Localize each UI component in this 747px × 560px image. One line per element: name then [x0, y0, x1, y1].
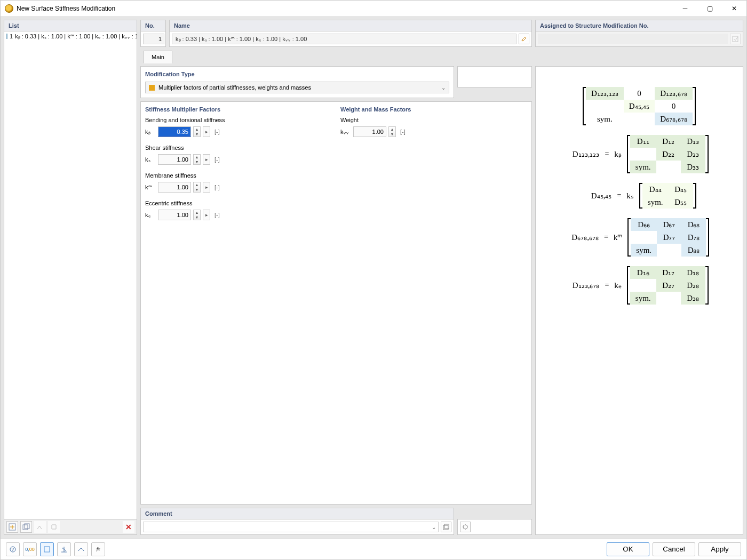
membrane-label: Membrane stiffness: [145, 172, 332, 179]
titlebar: New Surface Stiffness Modification ─ ▢ ✕: [1, 1, 746, 17]
preview-settings-button[interactable]: [460, 522, 471, 532]
weight-panel: Weight and Mass Factors Weight kᵥᵥ ▲▼ [-…: [340, 106, 527, 500]
new-item-button[interactable]: [6, 521, 18, 533]
kb-symbol: kᵦ: [145, 129, 156, 135]
maximize-button[interactable]: ▢: [697, 1, 722, 17]
svg-text:?: ?: [11, 547, 14, 552]
view-mode-b-button[interactable]: [57, 542, 71, 556]
modtype-value: Multiplier factors of partial stiffnesse…: [158, 84, 311, 91]
list-item-number: 1: [10, 33, 13, 39]
window-title: New Surface Stiffness Modification: [17, 5, 673, 12]
kw-symbol: kᵥᵥ: [340, 129, 351, 135]
content: List 1 kᵦ : 0.33 | kₛ : 1.00 | kᵐ : 1.00…: [1, 17, 746, 538]
kb-input[interactable]: [158, 126, 191, 137]
main-column: No. Name Assigned to Structure Mo: [140, 20, 743, 535]
comment-input[interactable]: ⌄: [143, 522, 439, 532]
no-input[interactable]: [143, 34, 164, 44]
km-spinner[interactable]: ▲▼: [193, 182, 201, 193]
tab-strip: Main: [140, 51, 743, 63]
no-header: No.: [140, 20, 166, 31]
list-item[interactable]: 1 kᵦ : 0.33 | kₛ : 1.00 | kᵐ : 1.00 | kₑ…: [4, 31, 137, 41]
cancel-button[interactable]: Cancel: [653, 542, 695, 556]
km-symbol: kᵐ: [145, 184, 156, 191]
tool-b-button[interactable]: [48, 521, 60, 533]
weight-label: Weight: [340, 117, 527, 123]
svg-rect-9: [44, 547, 50, 552]
delete-item-button[interactable]: ✕: [123, 521, 134, 533]
bending-label: Bending and torsional stiffness: [145, 117, 332, 123]
km-input[interactable]: [158, 182, 191, 193]
stiffness-title: Stiffness Multiplier Factors: [145, 106, 332, 113]
assigned-header: Assigned to Structure Modification No.: [535, 20, 743, 31]
svg-rect-4: [443, 525, 448, 530]
eccentric-label: Eccentric stiffness: [145, 200, 332, 206]
matrix-top: D₁₂₃,₁₂₃ 0 D₁₂₃,₆₇₈ D₄₅,₄₅ 0: [586, 87, 693, 125]
ks-unit: [-]: [214, 156, 220, 163]
help-button[interactable]: ?: [6, 542, 20, 556]
ke-input[interactable]: [158, 210, 191, 220]
mini-preview: [457, 66, 532, 87]
svg-rect-2: [25, 524, 29, 529]
svg-rect-5: [444, 524, 449, 529]
view-mode-a-button[interactable]: [40, 542, 54, 556]
header-fields: No. Name Assigned to Structure Mo: [140, 20, 743, 47]
km-slider-button[interactable]: ▸: [203, 182, 210, 193]
list-panel: List 1 kᵦ : 0.33 | kₛ : 1.00 | kᵐ : 1.00…: [4, 20, 137, 535]
ks-slider-button[interactable]: ▸: [203, 154, 210, 165]
formula-button[interactable]: fx: [91, 542, 105, 556]
close-button[interactable]: ✕: [722, 1, 746, 17]
kb-unit: [-]: [214, 129, 220, 135]
ks-input[interactable]: [158, 154, 191, 165]
list-header: List: [4, 20, 137, 31]
tool-a-button[interactable]: [34, 521, 46, 533]
assigned-pick-button: [730, 34, 741, 44]
comment-pick-button[interactable]: [441, 522, 451, 532]
kw-input[interactable]: [353, 126, 386, 137]
minimize-button[interactable]: ─: [673, 1, 697, 17]
assigned-input: [538, 34, 728, 44]
modtype-title: Modification Type: [145, 71, 449, 77]
view-mode-c-button[interactable]: [74, 542, 88, 556]
list-toolbar: ✕: [4, 519, 137, 535]
x-icon: ✕: [125, 523, 132, 531]
footer: ? 0,00 fx OK Cancel Apply: [1, 538, 746, 559]
ok-button[interactable]: OK: [607, 542, 649, 556]
modtype-dropdown[interactable]: Multiplier factors of partial stiffnesse…: [145, 82, 449, 93]
window: New Surface Stiffness Modification ─ ▢ ✕…: [0, 0, 747, 560]
apply-button[interactable]: Apply: [698, 542, 741, 556]
chevron-down-icon: ⌄: [441, 85, 446, 91]
units-button[interactable]: 0,00: [23, 542, 37, 556]
kw-spinner[interactable]: ▲▼: [388, 126, 396, 137]
name-input[interactable]: [172, 34, 516, 44]
tab-main[interactable]: Main: [144, 51, 172, 63]
kb-slider-button[interactable]: ▸: [203, 126, 210, 137]
ks-symbol: kₛ: [145, 156, 156, 163]
km-unit: [-]: [214, 184, 220, 190]
ke-spinner[interactable]: ▲▼: [193, 210, 201, 220]
list-body[interactable]: 1 kᵦ : 0.33 | kₛ : 1.00 | kᵐ : 1.00 | kₑ…: [4, 31, 137, 519]
copy-item-button[interactable]: [20, 521, 32, 533]
name-header: Name: [169, 20, 532, 31]
list-item-label: kᵦ : 0.33 | kₛ : 1.00 | kᵐ : 1.00 | kₑ :…: [15, 33, 137, 40]
ks-spinner[interactable]: ▲▼: [193, 154, 201, 165]
ke-unit: [-]: [214, 212, 220, 218]
svg-rect-1: [23, 525, 28, 530]
comment-title: Comment: [140, 508, 454, 519]
kw-unit: [-]: [400, 129, 406, 135]
weight-title: Weight and Mass Factors: [340, 106, 527, 113]
matrix-preview: D₁₂₃,₁₂₃ 0 D₁₂₃,₆₇₈ D₄₅,₄₅ 0: [535, 66, 743, 535]
shear-label: Shear stiffness: [145, 145, 332, 151]
ke-symbol: kₑ: [145, 212, 156, 219]
kb-spinner[interactable]: ▲▼: [193, 126, 201, 137]
stiffness-panel: Stiffness Multiplier Factors Bending and…: [145, 106, 332, 500]
svg-point-6: [463, 525, 467, 529]
modtype-swatch-icon: [149, 85, 155, 91]
color-swatch: [6, 34, 7, 39]
ke-slider-button[interactable]: ▸: [203, 210, 210, 220]
app-icon: [5, 4, 13, 13]
edit-name-button[interactable]: [519, 34, 529, 44]
chevron-down-icon: ⌄: [432, 524, 436, 530]
